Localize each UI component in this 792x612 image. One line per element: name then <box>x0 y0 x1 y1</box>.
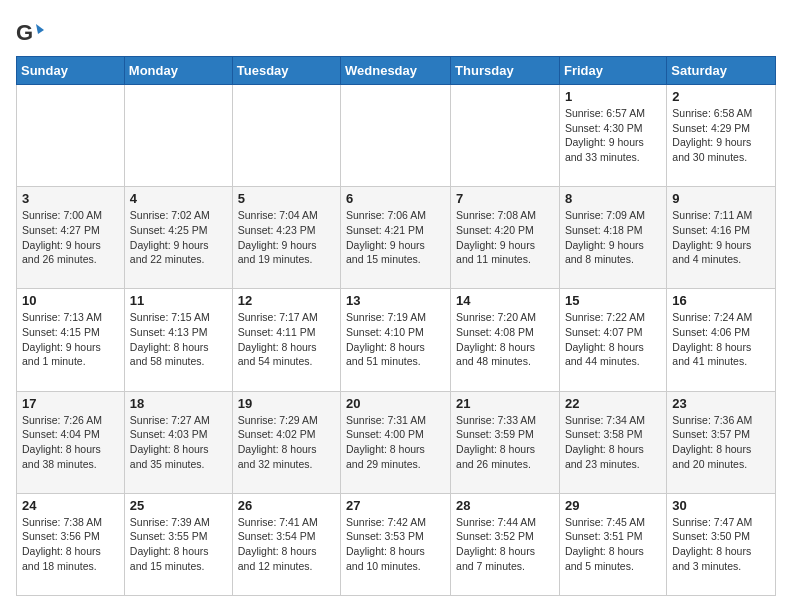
day-number: 11 <box>130 293 227 308</box>
day-cell: 14Sunrise: 7:20 AM Sunset: 4:08 PM Dayli… <box>451 289 560 391</box>
day-cell: 28Sunrise: 7:44 AM Sunset: 3:52 PM Dayli… <box>451 493 560 595</box>
day-number: 4 <box>130 191 227 206</box>
day-number: 7 <box>456 191 554 206</box>
day-number: 23 <box>672 396 770 411</box>
header-row: SundayMondayTuesdayWednesdayThursdayFrid… <box>17 57 776 85</box>
day-number: 17 <box>22 396 119 411</box>
day-info: Sunrise: 7:42 AM Sunset: 3:53 PM Dayligh… <box>346 515 445 574</box>
day-info: Sunrise: 6:57 AM Sunset: 4:30 PM Dayligh… <box>565 106 661 165</box>
day-cell <box>17 85 125 187</box>
day-cell: 27Sunrise: 7:42 AM Sunset: 3:53 PM Dayli… <box>341 493 451 595</box>
day-info: Sunrise: 7:41 AM Sunset: 3:54 PM Dayligh… <box>238 515 335 574</box>
day-cell: 29Sunrise: 7:45 AM Sunset: 3:51 PM Dayli… <box>559 493 666 595</box>
day-cell: 24Sunrise: 7:38 AM Sunset: 3:56 PM Dayli… <box>17 493 125 595</box>
week-row-2: 10Sunrise: 7:13 AM Sunset: 4:15 PM Dayli… <box>17 289 776 391</box>
day-number: 1 <box>565 89 661 104</box>
day-cell: 30Sunrise: 7:47 AM Sunset: 3:50 PM Dayli… <box>667 493 776 595</box>
day-number: 12 <box>238 293 335 308</box>
svg-text:G: G <box>16 20 33 45</box>
day-cell: 23Sunrise: 7:36 AM Sunset: 3:57 PM Dayli… <box>667 391 776 493</box>
week-row-1: 3Sunrise: 7:00 AM Sunset: 4:27 PM Daylig… <box>17 187 776 289</box>
day-cell: 2Sunrise: 6:58 AM Sunset: 4:29 PM Daylig… <box>667 85 776 187</box>
day-info: Sunrise: 7:45 AM Sunset: 3:51 PM Dayligh… <box>565 515 661 574</box>
day-cell <box>232 85 340 187</box>
day-cell: 20Sunrise: 7:31 AM Sunset: 4:00 PM Dayli… <box>341 391 451 493</box>
day-cell: 19Sunrise: 7:29 AM Sunset: 4:02 PM Dayli… <box>232 391 340 493</box>
day-cell: 25Sunrise: 7:39 AM Sunset: 3:55 PM Dayli… <box>124 493 232 595</box>
day-info: Sunrise: 7:00 AM Sunset: 4:27 PM Dayligh… <box>22 208 119 267</box>
day-cell: 4Sunrise: 7:02 AM Sunset: 4:25 PM Daylig… <box>124 187 232 289</box>
day-cell: 5Sunrise: 7:04 AM Sunset: 4:23 PM Daylig… <box>232 187 340 289</box>
calendar-body: 1Sunrise: 6:57 AM Sunset: 4:30 PM Daylig… <box>17 85 776 596</box>
day-number: 10 <box>22 293 119 308</box>
week-row-3: 17Sunrise: 7:26 AM Sunset: 4:04 PM Dayli… <box>17 391 776 493</box>
day-number: 6 <box>346 191 445 206</box>
day-cell: 12Sunrise: 7:17 AM Sunset: 4:11 PM Dayli… <box>232 289 340 391</box>
day-info: Sunrise: 7:02 AM Sunset: 4:25 PM Dayligh… <box>130 208 227 267</box>
day-info: Sunrise: 7:33 AM Sunset: 3:59 PM Dayligh… <box>456 413 554 472</box>
day-cell: 18Sunrise: 7:27 AM Sunset: 4:03 PM Dayli… <box>124 391 232 493</box>
day-info: Sunrise: 7:44 AM Sunset: 3:52 PM Dayligh… <box>456 515 554 574</box>
day-number: 2 <box>672 89 770 104</box>
day-info: Sunrise: 7:04 AM Sunset: 4:23 PM Dayligh… <box>238 208 335 267</box>
day-cell: 10Sunrise: 7:13 AM Sunset: 4:15 PM Dayli… <box>17 289 125 391</box>
day-info: Sunrise: 7:26 AM Sunset: 4:04 PM Dayligh… <box>22 413 119 472</box>
day-number: 21 <box>456 396 554 411</box>
col-saturday: Saturday <box>667 57 776 85</box>
day-cell: 7Sunrise: 7:08 AM Sunset: 4:20 PM Daylig… <box>451 187 560 289</box>
day-cell: 13Sunrise: 7:19 AM Sunset: 4:10 PM Dayli… <box>341 289 451 391</box>
day-cell: 9Sunrise: 7:11 AM Sunset: 4:16 PM Daylig… <box>667 187 776 289</box>
day-info: Sunrise: 7:38 AM Sunset: 3:56 PM Dayligh… <box>22 515 119 574</box>
day-info: Sunrise: 7:27 AM Sunset: 4:03 PM Dayligh… <box>130 413 227 472</box>
day-number: 25 <box>130 498 227 513</box>
day-info: Sunrise: 7:22 AM Sunset: 4:07 PM Dayligh… <box>565 310 661 369</box>
day-number: 22 <box>565 396 661 411</box>
day-info: Sunrise: 7:31 AM Sunset: 4:00 PM Dayligh… <box>346 413 445 472</box>
day-info: Sunrise: 7:36 AM Sunset: 3:57 PM Dayligh… <box>672 413 770 472</box>
col-tuesday: Tuesday <box>232 57 340 85</box>
week-row-4: 24Sunrise: 7:38 AM Sunset: 3:56 PM Dayli… <box>17 493 776 595</box>
col-friday: Friday <box>559 57 666 85</box>
day-info: Sunrise: 7:39 AM Sunset: 3:55 PM Dayligh… <box>130 515 227 574</box>
day-info: Sunrise: 7:34 AM Sunset: 3:58 PM Dayligh… <box>565 413 661 472</box>
day-info: Sunrise: 7:08 AM Sunset: 4:20 PM Dayligh… <box>456 208 554 267</box>
page-header: G <box>16 16 776 48</box>
day-info: Sunrise: 7:09 AM Sunset: 4:18 PM Dayligh… <box>565 208 661 267</box>
col-sunday: Sunday <box>17 57 125 85</box>
svg-marker-1 <box>36 24 44 34</box>
day-cell: 8Sunrise: 7:09 AM Sunset: 4:18 PM Daylig… <box>559 187 666 289</box>
day-info: Sunrise: 7:06 AM Sunset: 4:21 PM Dayligh… <box>346 208 445 267</box>
day-number: 16 <box>672 293 770 308</box>
day-cell: 3Sunrise: 7:00 AM Sunset: 4:27 PM Daylig… <box>17 187 125 289</box>
logo: G <box>16 20 48 48</box>
logo-icon: G <box>16 20 44 48</box>
day-info: Sunrise: 7:47 AM Sunset: 3:50 PM Dayligh… <box>672 515 770 574</box>
day-info: Sunrise: 7:13 AM Sunset: 4:15 PM Dayligh… <box>22 310 119 369</box>
day-info: Sunrise: 7:24 AM Sunset: 4:06 PM Dayligh… <box>672 310 770 369</box>
day-cell <box>341 85 451 187</box>
day-number: 19 <box>238 396 335 411</box>
day-number: 18 <box>130 396 227 411</box>
day-info: Sunrise: 7:20 AM Sunset: 4:08 PM Dayligh… <box>456 310 554 369</box>
day-cell: 11Sunrise: 7:15 AM Sunset: 4:13 PM Dayli… <box>124 289 232 391</box>
day-number: 9 <box>672 191 770 206</box>
day-cell: 6Sunrise: 7:06 AM Sunset: 4:21 PM Daylig… <box>341 187 451 289</box>
day-number: 29 <box>565 498 661 513</box>
day-cell: 1Sunrise: 6:57 AM Sunset: 4:30 PM Daylig… <box>559 85 666 187</box>
day-number: 26 <box>238 498 335 513</box>
col-thursday: Thursday <box>451 57 560 85</box>
day-number: 8 <box>565 191 661 206</box>
day-number: 13 <box>346 293 445 308</box>
week-row-0: 1Sunrise: 6:57 AM Sunset: 4:30 PM Daylig… <box>17 85 776 187</box>
day-info: Sunrise: 7:11 AM Sunset: 4:16 PM Dayligh… <box>672 208 770 267</box>
day-info: Sunrise: 7:17 AM Sunset: 4:11 PM Dayligh… <box>238 310 335 369</box>
day-cell: 17Sunrise: 7:26 AM Sunset: 4:04 PM Dayli… <box>17 391 125 493</box>
col-wednesday: Wednesday <box>341 57 451 85</box>
day-info: Sunrise: 7:15 AM Sunset: 4:13 PM Dayligh… <box>130 310 227 369</box>
day-number: 20 <box>346 396 445 411</box>
day-number: 28 <box>456 498 554 513</box>
day-cell <box>124 85 232 187</box>
day-cell: 15Sunrise: 7:22 AM Sunset: 4:07 PM Dayli… <box>559 289 666 391</box>
day-info: Sunrise: 7:19 AM Sunset: 4:10 PM Dayligh… <box>346 310 445 369</box>
day-info: Sunrise: 6:58 AM Sunset: 4:29 PM Dayligh… <box>672 106 770 165</box>
